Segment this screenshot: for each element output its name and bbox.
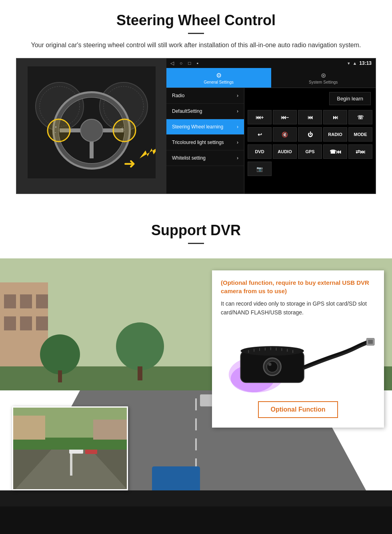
svg-text:-: - xyxy=(55,130,56,134)
title-divider xyxy=(188,33,204,34)
svg-point-31 xyxy=(116,322,164,370)
svg-point-55 xyxy=(268,363,272,366)
menu-default-label: DefaultSetting xyxy=(172,108,202,114)
svg-rect-30 xyxy=(58,370,62,382)
svg-point-12 xyxy=(113,119,136,142)
begin-learn-row: Begin learn xyxy=(246,90,374,108)
svg-rect-22 xyxy=(36,294,48,308)
svg-text:➜: ➜ xyxy=(124,155,136,172)
settings-menu: Radio › DefaultSetting › Steering Wheel … xyxy=(166,88,244,194)
svg-rect-39 xyxy=(0,506,392,534)
recent-icon[interactable]: □ xyxy=(188,60,191,66)
device-panel: + - ◁ ➜ ◁ ○ □ ▪ xyxy=(16,58,376,194)
control-grid-3: DVD AUDIO GPS ☎⏮ ⇄⏭ xyxy=(246,144,374,160)
control-grid-2: ↩ 🔇 ⏻ RADIO MODE xyxy=(246,126,374,142)
camera-svg xyxy=(221,323,375,395)
home-icon[interactable]: ○ xyxy=(180,60,182,66)
signal-icon: ▾ xyxy=(348,61,350,66)
svg-text:◁: ◁ xyxy=(120,127,123,130)
svg-rect-24 xyxy=(20,316,32,330)
ctrl-back[interactable]: ↩ xyxy=(248,127,272,142)
chevron-right-icon-3: › xyxy=(237,124,238,130)
svg-rect-25 xyxy=(36,316,48,330)
wheel-svg: + - ◁ ➜ xyxy=(28,66,156,178)
page-title: Steering Wheel Control xyxy=(16,12,376,29)
back-icon[interactable]: ◁ xyxy=(170,60,174,66)
menu-tricoloured[interactable]: Tricoloured light settings › xyxy=(166,135,244,150)
menu-whitelist-label: Whitelist setting xyxy=(172,155,206,161)
wifi-icon: ▲ xyxy=(352,61,357,66)
dvr-camera-illustration xyxy=(221,323,375,395)
optional-function-button[interactable]: Optional Function xyxy=(258,401,338,418)
ctrl-audio[interactable]: AUDIO xyxy=(273,144,297,159)
ctrl-power[interactable]: ⏻ xyxy=(298,127,322,142)
steering-wheel-image: + - ◁ ➜ xyxy=(16,58,166,194)
dvr-thumbnail xyxy=(12,406,128,490)
android-body: Radio › DefaultSetting › Steering Wheel … xyxy=(166,88,376,194)
menu-radio-label: Radio xyxy=(172,93,184,98)
menu-steering-label: Steering Wheel learning xyxy=(172,124,223,130)
svg-rect-48 xyxy=(93,420,128,440)
ctrl-gps[interactable]: GPS xyxy=(298,144,322,159)
ctrl-vol-up[interactable]: ⏮+ xyxy=(248,110,272,124)
svg-point-29 xyxy=(40,334,80,374)
tab-system-label: System Settings xyxy=(309,80,338,84)
svg-point-11 xyxy=(48,119,70,142)
chevron-right-icon-2: › xyxy=(237,108,238,114)
menu-icon[interactable]: ▪ xyxy=(197,60,198,66)
wheel-visual: + - ◁ ➜ xyxy=(28,66,156,186)
tab-general-settings[interactable]: ⚙ General Settings xyxy=(166,68,271,88)
menu-whitelist[interactable]: Whitelist setting › xyxy=(166,150,244,166)
svg-rect-37 xyxy=(152,466,200,494)
menu-default-setting[interactable]: DefaultSetting › xyxy=(166,104,244,119)
settings-icon: ⚙ xyxy=(216,72,222,79)
svg-text:+: + xyxy=(55,125,57,129)
svg-point-52 xyxy=(240,346,304,356)
dvr-bg: (Optional function, require to buy exter… xyxy=(0,258,392,534)
menu-steering-wheel[interactable]: Steering Wheel learning › xyxy=(166,119,244,135)
dvr-header: Support DVR xyxy=(0,210,392,258)
menu-radio[interactable]: Radio › xyxy=(166,88,244,104)
dvr-divider xyxy=(188,243,204,244)
android-tabs: ⚙ General Settings ⊛ System Settings xyxy=(166,68,376,88)
steering-section: Steering Wheel Control Your original car… xyxy=(0,0,392,202)
dvr-info-card: (Optional function, require to buy exter… xyxy=(212,270,384,428)
ctrl-dvd[interactable]: DVD xyxy=(248,144,272,159)
ctrl-radio[interactable]: RADIO xyxy=(323,127,347,142)
svg-rect-43 xyxy=(70,452,72,476)
svg-rect-21 xyxy=(20,294,32,308)
svg-rect-47 xyxy=(13,416,45,440)
ctrl-phone-prev[interactable]: ☎⏮ xyxy=(323,144,347,159)
begin-learn-button[interactable]: Begin learn xyxy=(329,92,371,105)
dvr-optional-note: (Optional function, require to buy exter… xyxy=(221,278,375,295)
nav-buttons: ◁ ○ □ ▪ xyxy=(170,60,198,66)
svg-rect-23 xyxy=(4,316,16,330)
ctrl-mute[interactable]: 🔇 xyxy=(273,127,297,142)
control-panel: Begin learn ⏮+ ⏮− ⏮ ⏭ ☏ ↩ 🔇 ⏻ xyxy=(244,88,376,194)
system-icon: ⊛ xyxy=(321,72,326,79)
svg-point-10 xyxy=(80,119,103,142)
ctrl-mode[interactable]: MODE xyxy=(348,127,372,142)
tab-general-label: General Settings xyxy=(204,80,234,84)
chevron-right-icon-4: › xyxy=(237,140,238,145)
status-icons: ▾ ▲ 13:13 xyxy=(348,60,372,66)
steering-subtitle: Your original car's steering wheel contr… xyxy=(24,40,368,50)
ctrl-next-track[interactable]: ⏭ xyxy=(323,110,347,124)
android-ui: ◁ ○ □ ▪ ▾ ▲ 13:13 ⚙ General Settings xyxy=(166,58,376,194)
ctrl-phone[interactable]: ☏ xyxy=(348,110,372,124)
svg-rect-66 xyxy=(368,340,373,344)
control-grid-1: ⏮+ ⏮− ⏮ ⏭ ☏ xyxy=(246,109,374,125)
svg-rect-32 xyxy=(138,366,142,380)
menu-tricoloured-label: Tricoloured light settings xyxy=(172,140,224,145)
ctrl-prev-track[interactable]: ⏮ xyxy=(298,110,322,124)
ctrl-vol-down[interactable]: ⏮− xyxy=(273,110,297,124)
tab-system-settings[interactable]: ⊛ System Settings xyxy=(271,68,376,88)
ctrl-shuffle-next[interactable]: ⇄⏭ xyxy=(348,144,372,159)
dvr-title: Support DVR xyxy=(16,222,376,239)
ctrl-camera[interactable]: 📷 xyxy=(248,162,272,176)
thumb-svg xyxy=(13,408,128,490)
control-grid-4: 📷 xyxy=(246,161,374,177)
dvr-section: Support DVR xyxy=(0,210,392,534)
status-time: 13:13 xyxy=(359,60,372,66)
chevron-right-icon: › xyxy=(237,93,238,98)
